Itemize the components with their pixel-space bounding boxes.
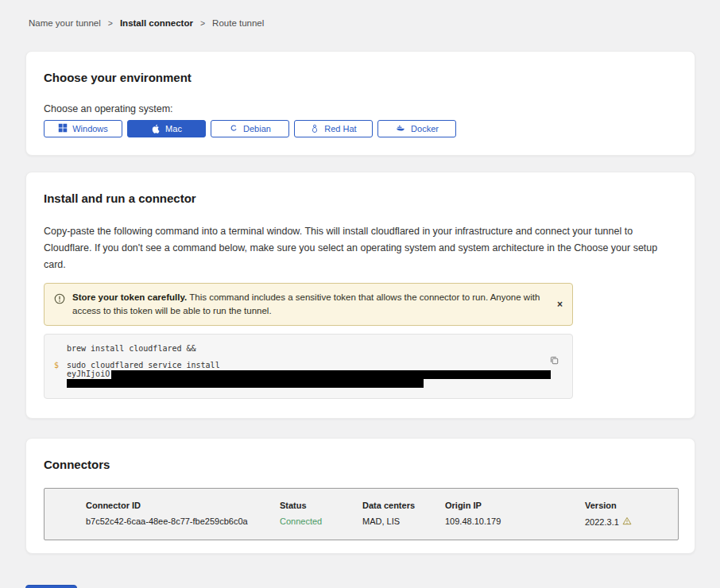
close-icon[interactable]: × [557, 299, 563, 310]
docker-icon [395, 123, 406, 134]
token-redaction-bar [67, 379, 424, 388]
copy-icon[interactable] [549, 355, 559, 368]
alert-text: Store your token carefully. This command… [72, 291, 545, 318]
os-button-debian[interactable]: Debian [211, 120, 289, 137]
environment-card-title: Choose your environment [44, 71, 677, 85]
connectors-card-title: Connectors [44, 458, 677, 472]
column-version: Version [585, 501, 672, 510]
token-line: eyJhIjoiO [67, 369, 551, 379]
command-line-1: brew install cloudflared && [67, 344, 561, 353]
os-select-label: Choose an operating system: [44, 103, 677, 114]
info-circle-icon [54, 293, 65, 308]
os-button-label: Windows [72, 124, 108, 133]
install-description: Copy-paste the following command into a … [44, 223, 677, 273]
alert-title: Store your token carefully. [72, 292, 187, 302]
os-button-windows[interactable]: Windows [44, 120, 122, 137]
origin-ip-value: 109.48.10.179 [445, 516, 585, 527]
os-button-label: Red Hat [324, 124, 356, 133]
install-card: Install and run a connector Copy-paste t… [25, 172, 695, 419]
breadcrumb-install-connector[interactable]: Install connector [120, 18, 193, 28]
connectors-table-header: Connector ID Status Data centers Origin … [86, 501, 678, 510]
breadcrumb-separator-icon: > [200, 18, 205, 28]
os-button-docker[interactable]: Docker [377, 120, 456, 137]
redhat-icon [310, 123, 319, 135]
os-button-label: Debian [243, 124, 271, 133]
connectors-card: Connectors Connector ID Status Data cent… [25, 438, 695, 554]
tunnel-setup-page: Name your tunnel > Install connector > R… [0, 0, 720, 588]
token-redaction-bar [111, 370, 551, 379]
next-button[interactable]: Next [25, 585, 77, 588]
windows-icon [58, 123, 68, 134]
os-button-redhat[interactable]: Red Hat [294, 120, 373, 137]
token-line-2 [67, 379, 551, 389]
command-block: brew install cloudflared && $ sudo cloud… [44, 334, 573, 399]
apple-icon [151, 123, 161, 135]
token-warning-alert: Store your token carefully. This command… [44, 283, 573, 326]
breadcrumb-separator-icon: > [108, 18, 113, 28]
install-card-title: Install and run a connector [44, 191, 677, 206]
table-row: b7c52c42-6caa-48ee-8c77-fbe259cb6c0a Con… [86, 516, 678, 527]
column-data-centers: Data centers [362, 501, 445, 510]
connector-id-value: b7c52c42-6caa-48ee-8c77-fbe259cb6c0a [86, 516, 280, 527]
command-install-line: sudo cloudflared service install [67, 361, 551, 369]
debian-icon [229, 123, 238, 134]
os-button-group: Windows Mac Debian Red Hat [44, 120, 677, 137]
warning-triangle-icon [622, 516, 632, 527]
os-button-mac[interactable]: Mac [127, 120, 206, 137]
breadcrumb-route-tunnel[interactable]: Route tunnel [212, 18, 264, 28]
connectors-table: Connector ID Status Data centers Origin … [44, 488, 679, 540]
version-value: 2022.3.1 [585, 516, 672, 527]
token-prefix: eyJhIjoiO [67, 369, 110, 378]
data-centers-value: MAD, LIS [362, 516, 445, 527]
shell-prompt: $ [54, 361, 67, 388]
column-origin-ip: Origin IP [445, 501, 585, 510]
os-button-label: Docker [411, 124, 439, 133]
breadcrumb-name-your-tunnel[interactable]: Name your tunnel [29, 18, 101, 28]
column-status: Status [280, 501, 362, 510]
command-text: sudo cloudflared service install eyJhIjo… [67, 361, 551, 388]
environment-card: Choose your environment Choose an operat… [25, 51, 695, 156]
command-line-2: $ sudo cloudflared service install eyJhI… [54, 361, 561, 388]
status-badge: Connected [280, 516, 362, 527]
version-number: 2022.3.1 [585, 517, 619, 527]
breadcrumb: Name your tunnel > Install connector > R… [29, 18, 720, 28]
os-button-label: Mac [165, 124, 182, 133]
column-connector-id: Connector ID [86, 501, 280, 510]
